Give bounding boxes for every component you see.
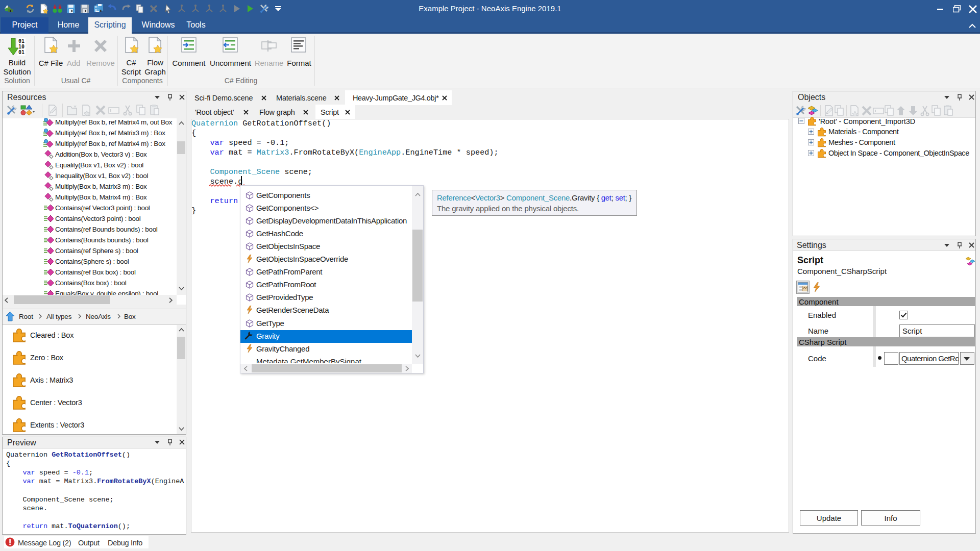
svg-text:10: 10	[18, 44, 24, 49]
svg-text:01: 01	[18, 38, 24, 44]
svg-text:01: 01	[18, 49, 24, 55]
